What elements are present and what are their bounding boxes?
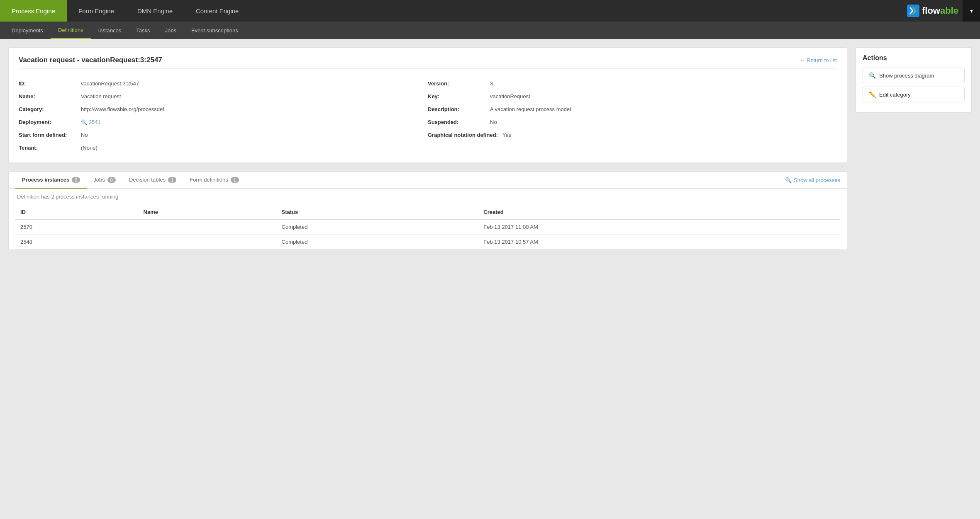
process-instances-badge: 2 [72,177,80,183]
sub-nav-event-subscriptions[interactable]: Event subscriptions [184,22,246,39]
col-header-status: Status [277,205,479,220]
bottom-card: Process instances 2 Jobs 0 Decision tabl… [8,171,847,250]
detail-card-header: Vacation request - vacationRequest:3:254… [19,56,837,69]
sub-nav-jobs[interactable]: Jobs [157,22,183,39]
show-process-diagram-button[interactable]: 🔍 Show process diagram [863,68,965,83]
nav-form-engine[interactable]: Form Engine [67,0,126,22]
col-header-id: ID [15,205,139,220]
left-column: Vacation request - vacationRequest:3:254… [8,47,847,250]
tab-decision-tables[interactable]: Decision tables 1 [122,172,183,189]
logo-flow: flow [922,5,940,16]
flowable-logo-icon [907,5,919,17]
cell-created: Feb 13 2017 11:00 AM [478,220,840,235]
tabs-header: Process instances 2 Jobs 0 Decision tabl… [9,172,847,189]
pencil-icon: ✏️ [869,91,876,98]
nav-dmn-engine[interactable]: DMN Engine [126,0,184,22]
main-content: Vacation request - vacationRequest:3:254… [0,39,980,258]
decision-tables-badge: 1 [168,177,176,183]
logo: flowable [907,5,963,17]
start-form-row: Start form defined: No [19,129,428,141]
nav-content-engine[interactable]: Content Engine [184,0,250,22]
nav-process-engine[interactable]: Process Engine [0,0,67,22]
cell-name [139,235,277,250]
sub-nav: Deployments Definitions Instances Tasks … [0,22,980,39]
cell-id: 2548 [15,235,139,250]
table-row[interactable]: 2548 Completed Feb 13 2017 10:57 AM [15,235,840,250]
edit-category-button[interactable]: ✏️ Edit category [863,87,965,102]
key-row: Key: vacationRequest [428,90,837,103]
form-definitions-badge: 1 [231,177,239,183]
tenant-row: Tenant: (None) [19,141,428,154]
deployment-row: Deployment: 🔍 2541 [19,116,428,129]
page-title: Vacation request - vacationRequest:3:254… [19,56,162,64]
info-grid: ID: vacationRequest:3:2547 Name: Vacatio… [19,77,837,154]
info-left: ID: vacationRequest:3:2547 Name: Vacatio… [19,77,428,154]
cell-id: 2570 [15,220,139,235]
sub-nav-tasks[interactable]: Tasks [129,22,157,39]
top-nav: Process Engine Form Engine DMN Engine Co… [0,0,980,22]
description-row: Description: A vacation request process … [428,103,837,116]
deployment-link[interactable]: 🔍 2541 [81,119,101,125]
tab-process-instances[interactable]: Process instances 2 [15,172,87,189]
sub-nav-definitions[interactable]: Definitions [51,22,91,39]
name-row: Name: Vacation request [19,90,428,103]
version-row: Version: 3 [428,77,837,90]
graphical-row: Graphical notation defined: Yes [428,129,837,141]
col-header-name: Name [139,205,277,220]
cell-name [139,220,277,235]
suspended-row: Suspended: No [428,116,837,129]
table-row[interactable]: 2570 Completed Feb 13 2017 11:00 AM [15,220,840,235]
tab-jobs[interactable]: Jobs 0 [87,172,122,189]
sub-nav-instances[interactable]: Instances [91,22,129,39]
cell-created: Feb 13 2017 10:57 AM [478,235,840,250]
nav-dropdown-button[interactable]: ▾ [963,0,980,22]
search-icon: 🔍 [869,72,876,79]
jobs-badge: 0 [107,177,116,183]
sub-nav-deployments[interactable]: Deployments [4,22,51,39]
tab-form-definitions[interactable]: Form definitions 1 [183,172,246,189]
return-to-list-link[interactable]: ← Return to list [800,57,837,63]
cell-status: Completed [277,235,479,250]
instances-table: ID Name Status Created 2570 Completed Fe… [15,205,840,250]
info-right: Version: 3 Key: vacationRequest Descript… [428,77,837,154]
id-row: ID: vacationRequest:3:2547 [19,77,428,90]
show-all-processes-link[interactable]: 🔍 Show all processes [785,177,840,183]
actions-panel: Actions 🔍 Show process diagram ✏️ Edit c… [856,47,972,250]
logo-able: able [940,5,958,16]
actions-card: Actions 🔍 Show process diagram ✏️ Edit c… [856,47,972,113]
actions-title: Actions [863,54,965,62]
detail-card: Vacation request - vacationRequest:3:254… [8,47,847,163]
col-header-created: Created [478,205,840,220]
instances-info: Definition has 2 process instances runni… [9,189,847,205]
category-row: Category: http://www.flowable.org/proces… [19,103,428,116]
cell-status: Completed [277,220,479,235]
